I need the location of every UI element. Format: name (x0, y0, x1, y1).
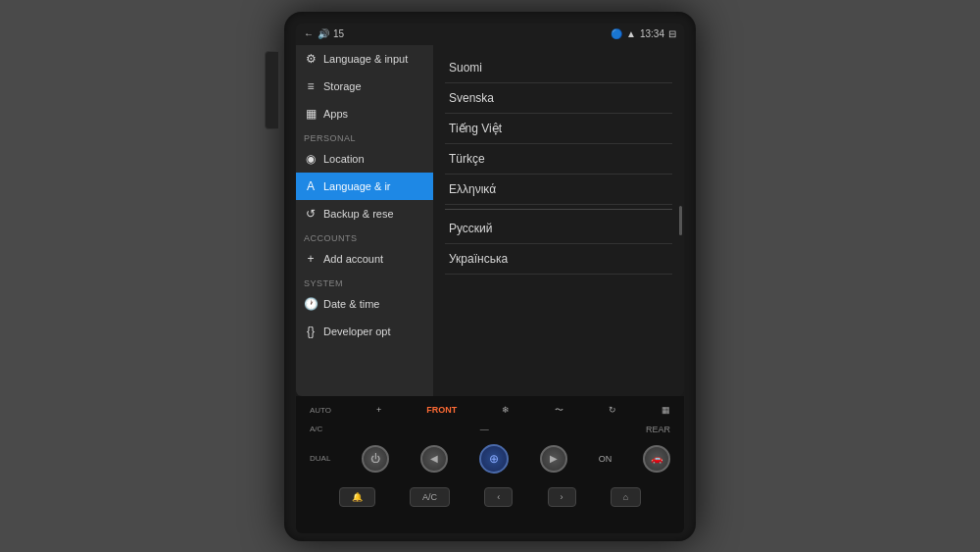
plus-icon[interactable]: + (376, 405, 381, 415)
lang-divider (445, 209, 672, 210)
right-panel: Suomi Svenska Tiếng Việt Türkçe Ελληνικά… (433, 45, 684, 396)
menu-label-location: Location (323, 153, 365, 165)
right-arrow-icon: ▶ (550, 453, 558, 464)
fan-icon: ❄ (502, 405, 510, 415)
scroll-indicator[interactable] (679, 206, 682, 235)
screen: ← 🔊 15 🔵 ▲ 13:34 ⊟ ⚙ Language & input (296, 24, 684, 396)
fan-speed-icon[interactable]: 〜 (555, 404, 564, 417)
left-arrow-icon: ◀ (430, 453, 438, 464)
menu-label-apps: Apps (323, 108, 348, 120)
menu-item-add-account[interactable]: + Add account (296, 245, 433, 273)
car-icon-knob[interactable]: 🚗 (643, 445, 670, 473)
left-panel: ⚙ Language & input ≡ Storage ▦ Apps PERS… (296, 45, 433, 396)
clock: 13:34 (640, 28, 664, 39)
rear-label: REAR (646, 425, 670, 434)
lang-greek[interactable]: Ελληνικά (445, 175, 672, 205)
volume-icon: 🔊 (318, 28, 329, 39)
status-right: 🔵 ▲ 13:34 ⊟ (611, 28, 676, 39)
on-label: ON (599, 454, 612, 464)
menu-label-date-time: Date & time (323, 298, 379, 310)
lang-tieng-viet[interactable]: Tiếng Việt (445, 114, 672, 144)
auto-label: AUTO (310, 406, 331, 415)
location-icon: ◉ (304, 152, 318, 166)
apps-icon: ▦ (304, 107, 318, 121)
menu-item-language-ir[interactable]: A Language & ir (296, 173, 433, 200)
language-icon: A (304, 179, 318, 193)
menu-label-language-input: Language & input (323, 53, 408, 65)
lang-suomi[interactable]: Suomi (445, 53, 672, 83)
recirculate-icon[interactable]: ↻ (609, 405, 616, 415)
back-nav-icon: ← (304, 28, 314, 39)
storage-icon: ≡ (304, 79, 318, 93)
ac-touch-btn[interactable]: A/C (410, 487, 450, 507)
ac-label: A/C (310, 425, 322, 433)
menu-item-date-time[interactable]: 🕐 Date & time (296, 290, 433, 318)
system-section-label: SYSTEM (296, 273, 433, 290)
menu-item-apps[interactable]: ▦ Apps (296, 100, 433, 127)
dual-label: DUAL (310, 454, 330, 463)
power-icon: ⏻ (370, 453, 380, 464)
screen-body: ⚙ Language & input ≡ Storage ▦ Apps PERS… (296, 45, 684, 396)
forward-touch-btn[interactable]: › (548, 487, 576, 507)
compass-knob[interactable]: ⊕ (479, 444, 509, 474)
lang-svenska[interactable]: Svenska (445, 83, 672, 114)
gear-icon: ⚙ (304, 52, 318, 66)
accounts-section-label: ACCOUNTS (296, 227, 433, 245)
personal-section-label: PERSONAL (296, 127, 433, 145)
power-knob[interactable]: ⏻ (362, 445, 389, 473)
left-edge (265, 51, 279, 129)
backup-icon: ↺ (304, 207, 318, 221)
right-arrow-knob[interactable]: ▶ (540, 445, 567, 473)
menu-item-language-input[interactable]: ⚙ Language & input (296, 45, 433, 73)
device: ← 🔊 15 🔵 ▲ 13:34 ⊟ ⚙ Language & input (284, 12, 696, 541)
add-icon: + (304, 252, 318, 266)
defrost-icon[interactable]: ▦ (662, 405, 670, 415)
menu-label-developer: Developer opt (323, 326, 391, 337)
lang-turkce[interactable]: Türkçe (445, 144, 672, 175)
volume-level: 15 (333, 28, 344, 39)
home-touch-btn[interactable]: ⌂ (611, 487, 641, 507)
back-touch-btn[interactable]: ‹ (484, 487, 513, 507)
developer-icon: {} (304, 325, 318, 338)
menu-item-developer[interactable]: {} Developer opt (296, 318, 433, 345)
menu-item-storage[interactable]: ≡ Storage (296, 73, 433, 100)
menu-label-add-account: Add account (323, 253, 383, 265)
lang-ukrainian[interactable]: Українська (445, 244, 672, 275)
bluetooth-icon: 🔵 (611, 28, 622, 39)
clock-icon: 🕐 (304, 297, 318, 311)
left-arrow-knob[interactable]: ◀ (420, 445, 448, 473)
hvac-controls: DUAL ⏻ ◀ ⊕ ▶ ON 🚗 (302, 440, 678, 477)
wifi-icon: ▲ (626, 28, 636, 39)
hvac-top: AUTO + FRONT ❄ 〜 ↻ ▦ (302, 402, 678, 419)
bottom-controls: AUTO + FRONT ❄ 〜 ↻ ▦ A/C — REAR DUAL ⏻ ◀… (296, 396, 684, 533)
lang-russian[interactable]: Русский (445, 214, 672, 244)
status-left: ← 🔊 15 (304, 28, 344, 39)
front-label: FRONT (426, 405, 457, 415)
menu-label-language-ir: Language & ir (323, 180, 391, 192)
status-bar: ← 🔊 15 🔵 ▲ 13:34 ⊟ (296, 24, 684, 45)
menu-item-location[interactable]: ◉ Location (296, 145, 433, 173)
minus-icon[interactable]: — (480, 425, 489, 434)
menu-label-storage: Storage (323, 80, 362, 92)
bell-touch-btn[interactable]: 🔔 (339, 487, 375, 507)
menu-label-backup: Backup & rese (323, 208, 394, 220)
battery-icon: ⊟ (668, 28, 676, 39)
car-icon: 🚗 (651, 453, 662, 464)
compass-icon: ⊕ (489, 452, 499, 466)
touch-buttons-row: 🔔 A/C ‹ › ⌂ (302, 481, 678, 513)
menu-item-backup[interactable]: ↺ Backup & rese (296, 200, 433, 227)
